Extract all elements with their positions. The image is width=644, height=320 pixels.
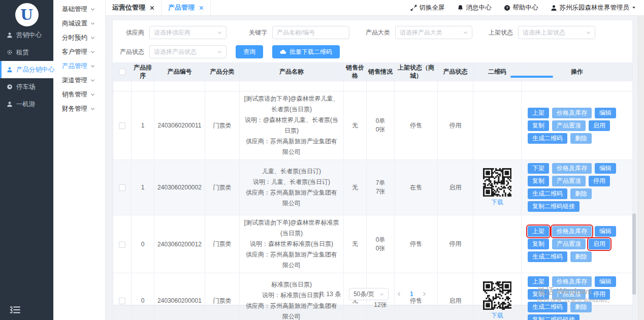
cell-price: 无 (344, 91, 367, 160)
action-button[interactable]: 产品置顶 (552, 239, 586, 249)
table-body: 12403060200011门票类[测试票请勿下单]@森林世界儿童、长者票(当日… (113, 81, 633, 320)
topbar-action-label: 苏州乐园森林世界管理员 (560, 4, 630, 12)
next-page-button[interactable] (422, 292, 427, 297)
vertical-scrollbar-thumb[interactable] (632, 213, 636, 295)
shelf-status-select-placeholder: 请选择上架状态 (523, 28, 565, 37)
submenu-item[interactable]: 基础管理 (53, 2, 105, 16)
page-number-current[interactable]: 1 (410, 291, 413, 298)
sidebar-item[interactable]: 营销中心 (0, 26, 53, 44)
submenu-item[interactable]: 财务管理 (53, 102, 105, 116)
action-button[interactable]: 编辑 (595, 276, 616, 287)
submenu-item[interactable]: 客户管理 (53, 45, 105, 59)
horizontal-scrollbar-thumb[interactable] (510, 76, 553, 78)
product-status-select[interactable]: 请选择产品状态 (149, 45, 227, 58)
table-header: 产品排序产品编号产品分类产品名称销售价格销售情况上架状态（商城）产品状态二维码操… (113, 63, 633, 81)
submenu-item[interactable]: 分时预约 (53, 30, 105, 45)
submenu-item-label: 商城设置 (62, 19, 87, 28)
submenu-item-label: 产品管理 (62, 62, 87, 71)
close-tab-icon[interactable] (150, 6, 154, 10)
action-button[interactable]: 启用 (589, 120, 610, 131)
topbar-action[interactable]: 消息中心 (457, 4, 492, 12)
chevron-down-icon (379, 292, 384, 297)
table-row: 02403060200012门票类[测试票请勿下单]@森林世界标准票(当日票)说… (113, 215, 633, 273)
action-button[interactable]: 删除 (570, 251, 592, 262)
page-scrollbar-track[interactable] (638, 16, 644, 320)
row-checkbox[interactable] (119, 184, 125, 191)
action-button[interactable]: 删除 (570, 188, 592, 199)
row-checkbox[interactable] (119, 241, 125, 248)
action-button[interactable]: 生成二维码 (528, 133, 567, 144)
action-button[interactable]: 价格及库存 (552, 226, 592, 237)
qr-code: 下载 (483, 168, 511, 207)
supplier-select[interactable]: 请选择供应商 (149, 26, 227, 39)
action-button[interactable]: 下架 (528, 163, 549, 174)
action-button[interactable]: 复制二维码链接 (528, 201, 579, 212)
submenu-item[interactable]: 渠道管理 (53, 73, 105, 87)
tab-active[interactable]: 产品管理 (162, 0, 211, 15)
empty-cell (132, 81, 154, 91)
cell-sort: 1 (132, 160, 154, 215)
action-button[interactable]: 复制 (528, 120, 549, 131)
action-button[interactable]: 产品置顶 (552, 120, 586, 131)
user-icon (7, 67, 13, 73)
cell-price: 无 (344, 215, 367, 273)
keyword-input[interactable] (272, 26, 349, 39)
sidebar-item[interactable]: 一机游 (0, 95, 53, 113)
chevron-left-icon (397, 292, 402, 297)
page-size-select[interactable]: 50条/页 (349, 288, 389, 300)
product-status-select-placeholder: 请选择产品状态 (154, 48, 197, 56)
action-button[interactable]: 生成二维码 (528, 251, 567, 262)
topbar-action[interactable]: 苏州乐园森林世界管理员 (551, 4, 636, 12)
qr-download-link[interactable]: 下载 (483, 198, 511, 207)
action-button[interactable]: 价格及库存 (552, 276, 592, 287)
chevron-down-icon (90, 36, 95, 40)
sidebar-item-label: 一机游 (16, 100, 36, 109)
action-button[interactable]: 上架 (528, 226, 549, 237)
sidebar-item-label: 营销中心 (16, 31, 42, 40)
row-checkbox[interactable] (119, 122, 125, 129)
batch-download-qr-button[interactable]: 批量下载二维码 (272, 45, 340, 58)
prev-page-button[interactable] (397, 292, 402, 297)
action-button[interactable]: 停用 (589, 176, 610, 186)
shelf-status-label: 上架状态 (487, 28, 513, 37)
submenu-item[interactable]: 销售管理 (53, 87, 105, 102)
fullscreen-icon (410, 5, 417, 11)
close-tab-icon[interactable] (199, 6, 204, 10)
search-button[interactable]: 查询 (236, 45, 263, 58)
qr-download-link[interactable]: 下载 (483, 311, 511, 320)
collapse-sidebar-button[interactable] (7, 303, 24, 316)
category-select[interactable]: 请选择产品大类 (395, 26, 472, 39)
caret-down-icon (632, 6, 636, 10)
action-button[interactable]: 复制二维码链接 (528, 314, 579, 320)
action-button[interactable]: 上架 (528, 276, 549, 287)
submenu-item[interactable]: 产品管理 (53, 59, 105, 73)
action-button[interactable]: 上架 (528, 108, 549, 118)
action-button[interactable]: 复制 (528, 176, 549, 186)
sidebar-item[interactable]: 产品分销中心 (0, 61, 53, 78)
action-button[interactable]: 启用 (589, 239, 610, 249)
action-button[interactable]: 价格及库存 (552, 108, 592, 118)
topbar-action[interactable]: ?帮助中心 (504, 4, 538, 12)
shelf-status-select[interactable]: 请选择上架状态 (518, 26, 595, 39)
action-button[interactable]: 删除 (570, 133, 592, 144)
action-button[interactable]: 删除 (570, 302, 592, 312)
action-button[interactable]: 复制 (528, 239, 549, 249)
sales-tickets: 7张 (368, 187, 393, 196)
submenu-item[interactable]: 商城设置 (53, 16, 105, 30)
action-button[interactable]: 编辑 (595, 163, 616, 174)
action-button[interactable]: 生成二维码 (528, 302, 567, 312)
cell-sales: 7单7张 (367, 160, 395, 215)
topbar-action[interactable]: 切换全屏 (410, 4, 445, 12)
action-button[interactable]: 编辑 (595, 226, 616, 237)
select-all-checkbox[interactable] (119, 69, 125, 75)
column-header: 产品状态 (438, 63, 473, 81)
chevron-down-icon (217, 50, 222, 54)
action-button[interactable]: 产品置顶 (552, 176, 586, 186)
tab-inactive[interactable]: 运营位管理 (106, 0, 162, 15)
action-button[interactable]: 生成二维码 (528, 188, 567, 199)
column-header: 操作 (522, 63, 633, 81)
sidebar-item[interactable]: 停车场 (0, 78, 53, 95)
sidebar-item[interactable]: 租赁 (0, 44, 53, 61)
action-button[interactable]: 编辑 (595, 108, 616, 118)
action-button[interactable]: 价格及库存 (552, 163, 592, 174)
